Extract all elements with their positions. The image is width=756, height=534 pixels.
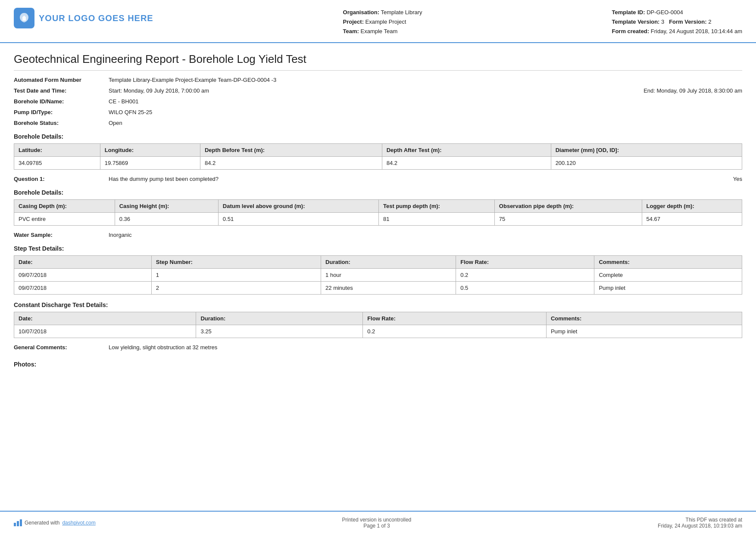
template-id-label: Template ID: (612, 9, 645, 16)
project-label: Project: (343, 19, 364, 25)
cd-col-duration: Duration: (196, 312, 363, 325)
cd-cell-0-3: Pump inlet (546, 325, 742, 338)
bar3 (20, 519, 22, 526)
step-cell-0-3: 0.2 (456, 269, 594, 282)
general-comments-label: General Comments: (14, 344, 109, 351)
footer-right-line2: Friday, 24 August 2018, 10:19:03 am (658, 523, 742, 529)
cd-col-date: Date: (14, 312, 196, 325)
borehole-status-row: Borehole Status: Open (14, 120, 742, 126)
cd-col-flow-rate: Flow Rate: (363, 312, 547, 325)
constant-discharge-header-row: Date: Duration: Flow Rate: Comments: (14, 312, 742, 325)
cell-datum-level: 0.51 (218, 213, 378, 226)
step-col-step-number: Step Number: (151, 256, 321, 269)
cd-cell-0-2: 0.2 (363, 325, 547, 338)
cell-test-pump-depth: 81 (379, 213, 495, 226)
pump-id-row: Pump ID/Type: WILO QFN 25-25 (14, 109, 742, 115)
col-depth-before: Depth Before Test (m): (200, 144, 382, 157)
form-version-label: Form Version: (669, 19, 706, 25)
test-date-label: Test Date and Time: (14, 87, 109, 94)
col-test-pump-depth: Test pump depth (m): (379, 200, 495, 213)
photos-title: Photos: (14, 361, 742, 368)
version-line: Template Version: 3 Form Version: 2 (612, 17, 742, 27)
borehole-table-1-data-row: 34.09785 19.75869 84.2 84.2 200.120 (14, 157, 742, 170)
borehole-details-title-2: Borehole Details: (14, 189, 742, 196)
cell-casing-height: 0.36 (115, 213, 218, 226)
footer-left: Generated with dashpivot.com (14, 519, 96, 526)
form-created-line: Form created: Friday, 24 August 2018, 10… (612, 27, 742, 36)
pump-id-value: WILO QFN 25-25 (109, 109, 152, 115)
footer-center-line1: Printed version is uncontrolled (342, 517, 412, 523)
footer-center: Printed version is uncontrolled Page 1 o… (342, 517, 412, 529)
question1-text: Has the dummy pump test been completed? (109, 176, 733, 182)
page: YOUR LOGO GOES HERE Organisation: Templa… (0, 0, 756, 534)
borehole-status-value: Open (109, 120, 122, 126)
col-casing-depth: Casing Depth (m): (14, 200, 115, 213)
logo-area: YOUR LOGO GOES HERE (14, 8, 153, 28)
cell-latitude: 34.09785 (14, 157, 100, 170)
project-line: Project: Example Project (343, 17, 422, 27)
col-logger-depth: Logger depth (m): (642, 200, 742, 213)
col-obs-pipe-depth: Observation pipe depth (m): (494, 200, 642, 213)
borehole-id-value: CE - BH001 (109, 98, 138, 105)
cell-obs-pipe-depth: 75 (494, 213, 642, 226)
report-title: Geotechnical Engineering Report - Boreho… (14, 53, 742, 71)
col-longitude: Longitude: (100, 144, 200, 157)
template-id-value: DP-GEO-0004 (647, 9, 683, 16)
logo-icon (14, 8, 34, 28)
step-cell-0-4: Complete (594, 269, 742, 282)
form-created-label: Form created: (612, 28, 649, 34)
question1-row: Question 1: Has the dummy pump test been… (14, 176, 742, 182)
cd-row-0: 10/07/20183.250.2Pump inlet (14, 325, 742, 338)
footer-bar-icon (14, 519, 22, 526)
footer-right-line1: This PDF was created at (658, 517, 742, 523)
step-test-title: Step Test Details: (14, 245, 742, 252)
logo-svg (17, 11, 31, 25)
col-casing-height: Casing Height (m): (115, 200, 218, 213)
general-comments-row: General Comments: Low yielding, slight o… (14, 344, 742, 351)
org-line: Organisation: Template Library (343, 8, 422, 17)
automated-form-label: Automated Form Number (14, 77, 109, 83)
step-col-flow-rate: Flow Rate: (456, 256, 594, 269)
step-col-comments: Comments: (594, 256, 742, 269)
borehole-table-2-data-row: PVC entire 0.36 0.51 81 75 54.67 (14, 213, 742, 226)
cell-longitude: 19.75869 (100, 157, 200, 170)
general-comments-value: Low yielding, slight obstruction at 32 m… (109, 344, 217, 351)
team-value: Example Team (361, 28, 398, 34)
header-center: Organisation: Template Library Project: … (343, 8, 422, 36)
step-cell-1-3: 0.5 (456, 282, 594, 295)
step-cell-1-4: Pump inlet (594, 282, 742, 295)
borehole-id-label: Borehole ID/Name: (14, 98, 109, 105)
bar1 (14, 523, 16, 526)
col-depth-after: Depth After Test (m): (382, 144, 551, 157)
step-cell-1-1: 2 (151, 282, 321, 295)
constant-discharge-title: Constant Discharge Test Details: (14, 301, 742, 308)
water-sample-value: Inorganic (109, 232, 131, 238)
footer-center-line2: Page 1 of 3 (342, 523, 412, 529)
step-test-table: Date: Step Number: Duration: Flow Rate: … (14, 255, 742, 295)
form-version-value: 2 (708, 19, 711, 25)
pump-id-label: Pump ID/Type: (14, 109, 109, 115)
logo-text: YOUR LOGO GOES HERE (39, 13, 153, 23)
team-label: Team: (343, 28, 359, 34)
question1-answer: Yes (733, 176, 742, 182)
borehole-table-1-header-row: Latitude: Longitude: Depth Before Test (… (14, 144, 742, 157)
template-version-label: Template Version: (612, 19, 659, 25)
step-test-header-row: Date: Step Number: Duration: Flow Rate: … (14, 256, 742, 269)
header-right: Template ID: DP-GEO-0004 Template Versio… (612, 8, 742, 36)
test-date-start: Start: Monday, 09 July 2018, 7:00:00 am (109, 87, 644, 94)
main-content: Geotechnical Engineering Report - Boreho… (0, 43, 756, 380)
cd-cell-0-1: 3.25 (196, 325, 363, 338)
footer-dashpivot-link[interactable]: dashpivot.com (62, 520, 95, 526)
project-value: Example Project (366, 19, 406, 25)
borehole-status-label: Borehole Status: (14, 120, 109, 126)
template-id-line: Template ID: DP-GEO-0004 (612, 8, 742, 17)
water-sample-row: Water Sample: Inorganic (14, 232, 742, 238)
step-cell-1-2: 22 minutes (321, 282, 456, 295)
cd-col-comments: Comments: (546, 312, 742, 325)
water-sample-label: Water Sample: (14, 232, 109, 238)
borehole-id-row: Borehole ID/Name: CE - BH001 (14, 98, 742, 105)
step-cell-0-0: 09/07/2018 (14, 269, 152, 282)
bar2 (17, 521, 19, 526)
step-cell-1-0: 09/07/2018 (14, 282, 152, 295)
step-test-row-1: 09/07/2018222 minutes0.5Pump inlet (14, 282, 742, 295)
